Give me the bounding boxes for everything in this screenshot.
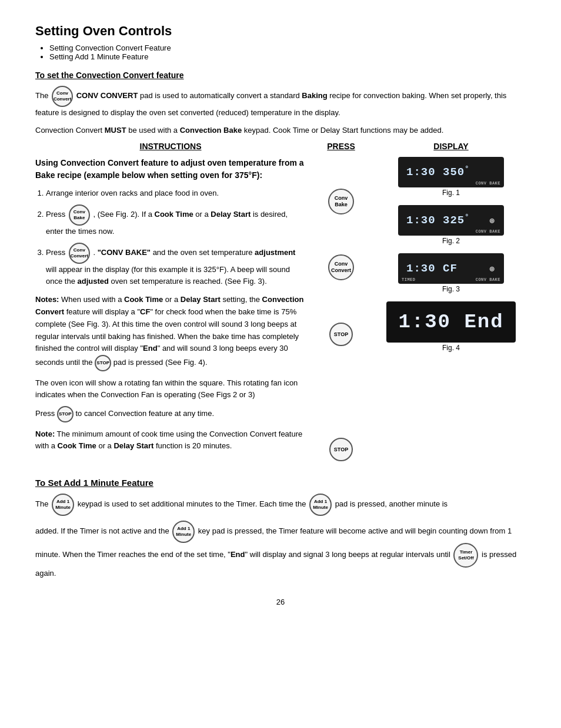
stop-btn-inline-notes[interactable]: STOP — [95, 355, 111, 371]
instructions-column: INSTRUCTIONS Using Convection Convert fe… — [35, 142, 306, 466]
three-col-layout: INSTRUCTIONS Using Convection Convert fe… — [35, 142, 526, 466]
add1-para2: added. If the Timer is not active and th… — [35, 521, 526, 580]
add1-section-title: To Set Add 1 Minute Feature — [35, 478, 526, 488]
add1-para1: The Add 1Minute keypad is used to set ad… — [35, 494, 526, 516]
fig3-fan: ⊛ — [490, 264, 496, 274]
display-figures: 1:30 350° CONV BAKE Fig. 1 1:30 325° ⊛ C… — [376, 157, 526, 360]
conv-bake-press-btn[interactable]: Conv Bake — [328, 189, 354, 214]
step-1: Arrange interior oven racks and place fo… — [46, 187, 306, 200]
display-column: DISPLAY 1:30 350° CONV BAKE Fig. 1 1:30 … — [376, 142, 526, 466]
fig1-label: Fig. 1 — [442, 189, 460, 197]
fig2-fan: ⊛ — [490, 216, 496, 226]
fig4-label: Fig. 4 — [442, 344, 460, 352]
min-note: Note: The minimum amount of cook time us… — [35, 428, 306, 451]
intro-para-1: The ConvConvert CONV CONVERT pad is used… — [35, 86, 526, 119]
intro-para-2: Convection Convert MUST be used with a C… — [35, 125, 526, 136]
conv-convert-btn-inline[interactable]: ConvConvert — [52, 86, 73, 107]
press-header: PRESS — [312, 142, 370, 151]
page-number: 26 — [35, 598, 526, 606]
step-2: Press ConvBake , (See Fig. 2). If a Cook… — [46, 204, 306, 238]
fig2-label: Fig. 2 — [442, 237, 460, 245]
timer-setoff-btn[interactable]: TimerSet/Off — [453, 543, 478, 568]
bullet-item-2: Setting Add 1 Minute Feature — [49, 52, 526, 61]
fig2-display: 1:30 325° ⊛ CONV BAKE — [398, 205, 504, 236]
bullet-list: Setting Convection Convert Feature Setti… — [49, 43, 526, 61]
conv-convert-btn-step3[interactable]: ConvConvert — [69, 243, 90, 264]
press-column: PRESS Conv Bake Conv Convert STOP STOP — [312, 142, 370, 466]
fan-note: The oven icon will show a rotating fan w… — [35, 377, 306, 400]
instructions-header: INSTRUCTIONS — [35, 142, 306, 151]
fig3-timed: TIMED — [402, 277, 416, 282]
add1-btn-inline-2[interactable]: Add 1Minute — [309, 494, 332, 516]
add1-btn-inline-1[interactable]: Add 1Minute — [52, 494, 74, 516]
press-buttons: Conv Bake Conv Convert STOP STOP — [312, 157, 370, 466]
fig1-sublabel: CONV BAKE — [476, 181, 500, 186]
notes-block: Notes: When used with a Cook Time or a D… — [35, 294, 306, 371]
fig4-display: 1:30 End — [386, 301, 516, 343]
fig3-label: Fig. 3 — [442, 285, 460, 293]
step-3: Press ConvConvert . "CONV BAKE" and the … — [46, 243, 306, 288]
convection-section-title: To set the Convection Convert feature — [35, 71, 526, 80]
conv-bake-btn-step2[interactable]: ConvBake — [69, 204, 90, 226]
fig2-text: 1:30 325° — [406, 213, 469, 227]
stop-press-btn-2[interactable]: STOP — [329, 438, 353, 461]
fig3-display: 1:30 CF ⊛ CONV BAKE TIMED — [398, 253, 504, 284]
stop-btn-inline-cancel[interactable]: STOP — [57, 406, 74, 422]
add1-section-body: The Add 1Minute keypad is used to set ad… — [35, 494, 526, 580]
fig3-sublabel: CONV BAKE — [476, 277, 500, 282]
cancel-note: Press STOP to cancel Convection feature … — [35, 406, 306, 422]
stop-press-btn-1[interactable]: STOP — [329, 323, 353, 346]
big-instruction-title: Using Convection Convert feature to adju… — [35, 157, 306, 182]
fig1-text: 1:30 350° — [406, 165, 469, 179]
add1-btn-inline-3[interactable]: Add 1Minute — [172, 521, 195, 543]
fig1-display: 1:30 350° CONV BAKE — [398, 157, 504, 187]
fig3-text: 1:30 CF — [406, 262, 458, 275]
steps-list: Arrange interior oven racks and place fo… — [46, 187, 306, 288]
fig4-text: 1:30 End — [398, 311, 503, 333]
fig2-sublabel: CONV BAKE — [476, 229, 500, 234]
page-title: Setting Oven Controls — [35, 24, 526, 39]
display-header: DISPLAY — [376, 142, 526, 151]
bullet-item-1: Setting Convection Convert Feature — [49, 43, 526, 52]
conv-convert-press-btn[interactable]: Conv Convert — [328, 254, 354, 280]
